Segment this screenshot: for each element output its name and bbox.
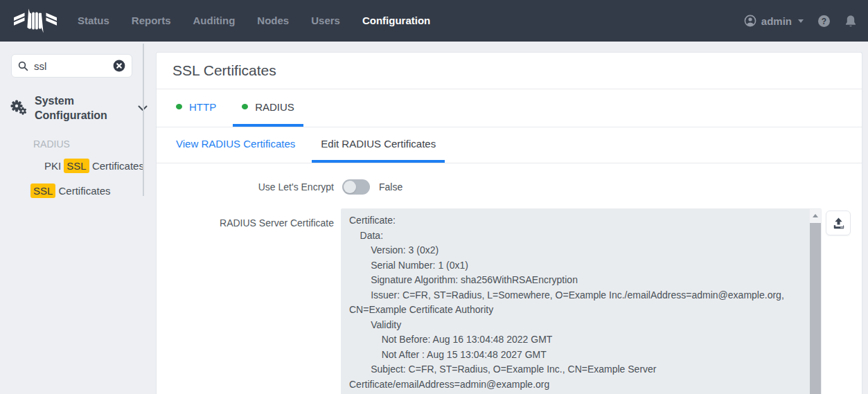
nav-item-status[interactable]: Status [67, 0, 121, 42]
bell-icon [844, 15, 857, 28]
scroll-up-arrow-icon [813, 214, 818, 217]
tab-label: HTTP [189, 101, 216, 113]
server-certificate-field: Certificate: Data: Version: 3 (0x2) Seri… [341, 208, 822, 394]
radius-server-certificate-textarea[interactable]: Certificate: Data: Version: 3 (0x2) Seri… [341, 208, 822, 394]
tab-label: RADIUS [255, 101, 294, 113]
clear-search-button[interactable] [113, 60, 125, 72]
sidebar-section-radius: RADIUS [33, 138, 156, 150]
toggle-knob [344, 181, 356, 193]
lets-encrypt-label: Use Let's Encrypt [157, 181, 334, 192]
scroll-up-button[interactable] [810, 209, 821, 222]
subtab-view-radius-certificates[interactable]: View RADIUS Certificates [167, 127, 304, 163]
edit-certificates-form: Use Let's Encrypt False RADIUS Server Ce… [157, 163, 862, 394]
page-title: SSL Certificates [172, 62, 846, 79]
packetfence-logo-icon [14, 7, 57, 35]
main-navigation: Status Reports Auditing Nodes Users Conf… [67, 0, 441, 42]
gears-icon [10, 99, 28, 117]
svg-text:?: ? [822, 16, 826, 26]
main-content-card: SSL Certificates HTTP RADIUS View RADIUS… [156, 52, 862, 394]
card-header: SSL Certificates [157, 53, 862, 89]
lets-encrypt-value: False [379, 181, 402, 192]
nav-item-reports[interactable]: Reports [121, 0, 182, 42]
item-text-suffix: Certificates [55, 185, 110, 197]
clear-circle-icon [113, 60, 125, 72]
nav-item-auditing[interactable]: Auditing [182, 0, 247, 42]
navbar-right: admin ? [744, 15, 868, 28]
search-icon [18, 61, 28, 71]
sidebar-group-label: System Configuration [35, 93, 126, 123]
radius-subtabs: View RADIUS Certificates Edit RADIUS Cer… [157, 127, 862, 163]
caret-down-icon [798, 19, 804, 23]
sidebar: System Configuration RADIUS PKI SSL Cert… [0, 42, 156, 394]
status-dot-icon [176, 104, 182, 109]
lets-encrypt-toggle[interactable] [342, 179, 370, 195]
tab-http[interactable]: HTTP [167, 89, 225, 127]
user-label: admin [761, 15, 792, 27]
packetfence-logo[interactable] [14, 7, 57, 35]
status-dot-icon [242, 104, 248, 109]
upload-certificate-button[interactable] [826, 211, 851, 235]
search-highlight: SSL [30, 183, 55, 198]
lets-encrypt-row: Use Let's Encrypt False [157, 176, 862, 198]
nav-item-nodes[interactable]: Nodes [246, 0, 300, 42]
sidebar-search-box [11, 54, 132, 78]
certificate-scrollbar [810, 209, 821, 394]
server-certificate-row: RADIUS Server Certificate Certificate: D… [157, 208, 862, 394]
nav-item-users[interactable]: Users [300, 0, 351, 42]
server-certificate-label: RADIUS Server Certificate [157, 208, 334, 394]
notifications-button[interactable] [844, 15, 857, 28]
sidebar-item-ssl-certificates[interactable]: SSL Certificates [30, 185, 156, 197]
scrollbar-thumb[interactable] [810, 223, 821, 394]
top-navbar: Status Reports Auditing Nodes Users Conf… [0, 0, 868, 42]
certificate-tabs: HTTP RADIUS [157, 89, 862, 127]
nav-item-configuration[interactable]: Configuration [351, 0, 441, 42]
user-menu[interactable]: admin [744, 15, 804, 27]
sidebar-scrollbar[interactable] [143, 44, 144, 196]
question-circle-icon: ? [817, 15, 831, 28]
upload-icon [832, 217, 845, 230]
help-button[interactable]: ? [817, 15, 831, 28]
person-circle-icon [744, 15, 756, 27]
sidebar-group-system-configuration[interactable]: System Configuration [10, 93, 148, 123]
sidebar-item-pki-ssl-certificates[interactable]: PKI SSL Certificates [44, 160, 156, 172]
item-text-prefix: PKI [44, 160, 64, 172]
search-highlight: SSL [64, 159, 89, 173]
item-text-suffix: Certificates [89, 160, 144, 172]
tab-radius[interactable]: RADIUS [233, 89, 303, 127]
search-input[interactable] [34, 60, 113, 72]
subtab-edit-radius-certificates[interactable]: Edit RADIUS Certificates [312, 127, 445, 163]
